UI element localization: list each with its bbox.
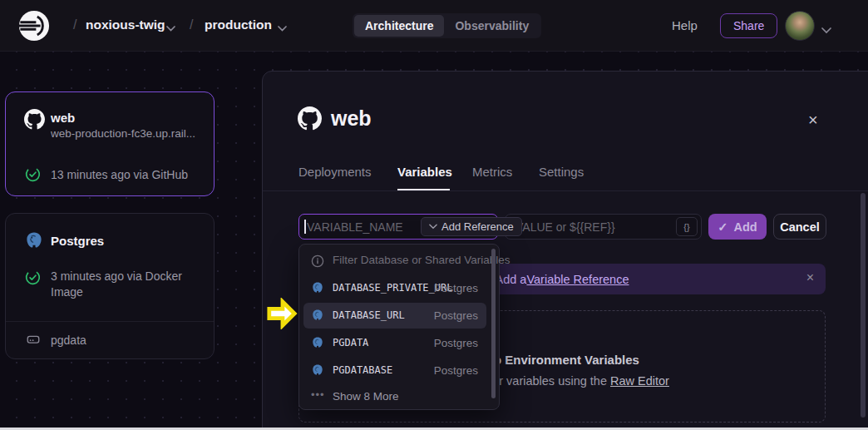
- tabs-divider: [263, 190, 868, 191]
- dropdown-item-database-private-url[interactable]: DATABASE_PRIVATE_URL Postgres: [299, 274, 491, 302]
- github-icon: [24, 109, 45, 133]
- variable-suggestions-dropdown: Filter Database or Shared Variables DATA…: [298, 244, 500, 410]
- chevron-down-icon: [429, 224, 437, 230]
- service-card-web[interactable]: web web-production-fc3e.up.rail... 13 mi…: [5, 91, 215, 196]
- raw-editor-link[interactable]: Raw Editor: [610, 374, 669, 388]
- postgres-icon: [311, 363, 324, 380]
- check-icon: ✓: [718, 220, 727, 234]
- dropdown-item-pgdata[interactable]: PGDATA Postgres: [299, 329, 491, 357]
- breadcrumb-project[interactable]: noxious-twig: [86, 17, 165, 32]
- insert-reference-braces-button[interactable]: {}: [676, 217, 698, 236]
- show-more-item[interactable]: ••• Show 8 More: [299, 383, 491, 411]
- variable-source: Postgres: [434, 309, 478, 322]
- add-reference-label: Add Reference: [441, 220, 514, 233]
- banner-close-icon[interactable]: ×: [806, 270, 814, 285]
- tab-deployments[interactable]: Deployments: [298, 165, 372, 179]
- tab-observability[interactable]: Observability: [444, 15, 540, 37]
- text-caret: [304, 220, 306, 234]
- deploy-status: 13 minutes ago via GitHub: [51, 167, 188, 183]
- breadcrumb-environment[interactable]: production: [205, 17, 272, 32]
- service-name: web: [51, 111, 75, 125]
- project-chevron-down-icon[interactable]: [166, 20, 175, 35]
- tab-settings[interactable]: Settings: [539, 165, 584, 179]
- volume-icon: [26, 332, 41, 350]
- postgres-icon: [311, 281, 324, 298]
- dropdown-scrollbar[interactable]: [491, 249, 496, 398]
- deploy-status: 3 minutes ago via Docker Image: [51, 269, 194, 300]
- github-icon: [298, 106, 322, 134]
- top-nav: / noxious-twig / production Architecture…: [0, 0, 868, 52]
- close-panel-icon[interactable]: ×: [808, 111, 818, 128]
- filter-placeholder: Filter Database or Shared Variables: [333, 254, 510, 266]
- avatar[interactable]: [785, 11, 815, 41]
- postgres-icon: [311, 309, 324, 325]
- add-variable-button[interactable]: ✓ Add: [708, 214, 767, 240]
- variable-source: Postgres: [434, 364, 478, 377]
- railway-app-window: / noxious-twig / production Architecture…: [0, 0, 868, 430]
- share-button[interactable]: Share: [720, 13, 777, 38]
- tab-variables[interactable]: Variables: [397, 165, 452, 179]
- variable-source: Postgres: [434, 282, 478, 294]
- deploy-success-check-icon: [25, 166, 41, 185]
- dropdown-item-database-url[interactable]: DATABASE_URL Postgres: [299, 302, 491, 329]
- postgres-icon: [311, 336, 324, 353]
- variable-name: PGDATABASE: [333, 364, 392, 376]
- banner-text: Add a: [496, 273, 527, 286]
- tab-architecture[interactable]: Architecture: [354, 15, 444, 37]
- panel-title: web: [331, 106, 372, 131]
- cancel-button[interactable]: Cancel: [773, 214, 826, 240]
- active-tab-underline: [397, 189, 450, 190]
- variable-value-input[interactable]: [505, 214, 702, 240]
- card-divider: [6, 321, 214, 322]
- view-switcher: Architecture Observability: [353, 13, 541, 38]
- deploy-success-check-icon: [25, 269, 41, 289]
- service-domain[interactable]: web-production-fc3e.up.rail...: [51, 127, 210, 140]
- panel-scrollbar[interactable]: [861, 193, 866, 418]
- annotation-arrow-icon: [266, 298, 298, 333]
- account-chevron-down-icon[interactable]: [821, 22, 831, 37]
- info-icon: [311, 255, 324, 271]
- add-reference-button[interactable]: Add Reference: [421, 217, 522, 236]
- ellipsis-icon: •••: [311, 388, 325, 401]
- environment-chevron-down-icon[interactable]: [278, 20, 287, 35]
- breadcrumb-separator: /: [73, 17, 76, 32]
- service-name: Postgres: [51, 234, 104, 248]
- breadcrumb-separator: /: [190, 17, 193, 32]
- railway-logo-icon[interactable]: [18, 10, 50, 42]
- help-link[interactable]: Help: [672, 18, 698, 32]
- project-canvas[interactable]: web web-production-fc3e.up.rail... 13 mi…: [0, 52, 868, 430]
- show-more-label: Show 8 More: [333, 390, 399, 403]
- postgres-icon: [24, 230, 44, 254]
- railway-logo-svg: [18, 10, 50, 42]
- service-panel: web × Deployments Variables Metrics Sett…: [262, 71, 868, 430]
- dropdown-filter[interactable]: Filter Database or Shared Variables: [299, 248, 491, 275]
- volume-name[interactable]: pgdata: [51, 333, 86, 348]
- tab-metrics[interactable]: Metrics: [472, 165, 512, 179]
- add-button-label: Add: [733, 220, 757, 234]
- service-card-postgres[interactable]: Postgres 3 minutes ago via Docker Image …: [5, 213, 215, 359]
- dropdown-item-pgdatabase[interactable]: PGDATABASE Postgres: [299, 357, 491, 384]
- variable-name: PGDATA: [333, 337, 368, 348]
- variable-name: DATABASE_URL: [333, 309, 405, 321]
- variable-source: Postgres: [434, 337, 478, 349]
- variable-reference-link[interactable]: Variable Reference: [526, 273, 629, 286]
